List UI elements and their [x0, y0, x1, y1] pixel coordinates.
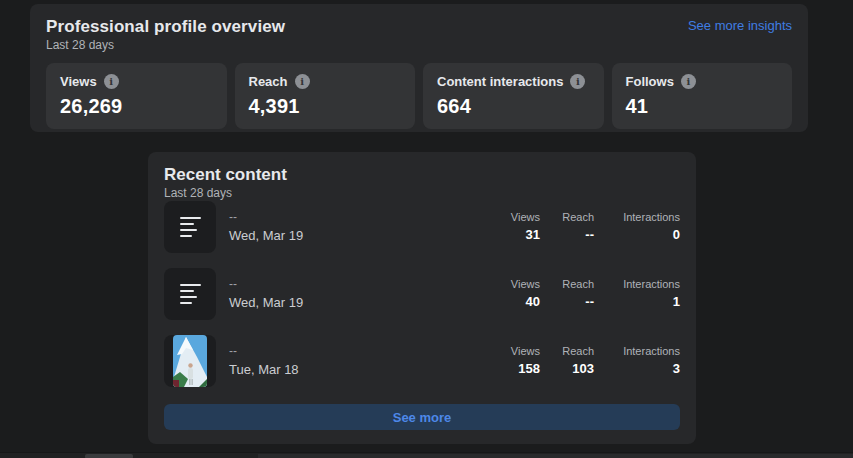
overview-header: Professional profile overview Last 28 da…	[46, 16, 792, 53]
content-date: Wed, Mar 19	[229, 295, 502, 311]
views-column-label: Views	[502, 211, 540, 224]
content-title: --	[229, 277, 502, 291]
scrollbar-thumb[interactable]	[85, 454, 133, 458]
info-icon[interactable]: i	[681, 74, 696, 89]
views-value: 31	[502, 227, 540, 243]
interactions-column-label: Interactions	[608, 345, 680, 358]
stat-tile-views[interactable]: Views i 26,269	[46, 63, 227, 129]
recent-content-card: Recent content Last 28 days -- Wed, Mar …	[148, 152, 696, 444]
stat-tiles-row: Views i 26,269 Reach i 4,391 Content int…	[46, 63, 792, 129]
stat-label: Views	[60, 74, 97, 89]
reach-column-label: Reach	[554, 278, 594, 291]
profile-overview-card: Professional profile overview Last 28 da…	[30, 4, 808, 132]
photo-post-thumbnail	[164, 335, 216, 387]
see-more-button[interactable]: See more	[164, 404, 680, 430]
stat-value: 664	[437, 95, 590, 118]
content-row[interactable]: -- Tue, Mar 18 Views 158 Reach 103 Inter…	[164, 335, 680, 387]
bottom-scrollbar-track	[0, 452, 853, 458]
stat-tile-reach[interactable]: Reach i 4,391	[235, 63, 416, 129]
text-lines-icon	[180, 284, 201, 304]
stat-tile-follows[interactable]: Follows i 41	[612, 63, 793, 129]
reach-value: --	[554, 294, 594, 310]
content-title: --	[229, 210, 502, 224]
stat-value: 41	[626, 95, 779, 118]
text-post-thumbnail	[164, 201, 216, 253]
reach-column-label: Reach	[554, 345, 594, 358]
stat-label: Reach	[249, 74, 288, 89]
interactions-value: 1	[608, 294, 680, 310]
recent-content-list: -- Wed, Mar 19 Views 31 Reach -- Interac…	[164, 201, 680, 387]
interactions-column-label: Interactions	[608, 211, 680, 224]
views-column-label: Views	[502, 278, 540, 291]
views-value: 40	[502, 294, 540, 310]
content-date: Wed, Mar 19	[229, 228, 502, 244]
stat-tile-content-interactions[interactable]: Content interactions i 664	[423, 63, 604, 129]
info-icon[interactable]: i	[570, 74, 585, 89]
reach-value: --	[554, 227, 594, 243]
interactions-column-label: Interactions	[608, 278, 680, 291]
stat-label: Content interactions	[437, 74, 563, 89]
views-column-label: Views	[502, 345, 540, 358]
reach-value: 103	[554, 361, 594, 377]
stat-value: 26,269	[60, 95, 213, 118]
content-row[interactable]: -- Wed, Mar 19 Views 40 Reach -- Interac…	[164, 268, 680, 320]
see-more-insights-link[interactable]: See more insights	[688, 16, 792, 35]
overview-title: Professional profile overview	[46, 16, 285, 37]
interactions-value: 3	[608, 361, 680, 377]
bottom-strip-segment	[258, 454, 853, 458]
text-post-thumbnail	[164, 268, 216, 320]
interactions-value: 0	[608, 227, 680, 243]
mountain-photo-image	[173, 335, 207, 387]
text-lines-icon	[180, 217, 201, 237]
info-icon[interactable]: i	[295, 74, 310, 89]
overview-subtitle: Last 28 days	[46, 37, 285, 53]
recent-content-title: Recent content	[164, 164, 680, 185]
content-title: --	[229, 344, 502, 358]
info-icon[interactable]: i	[104, 74, 119, 89]
stat-value: 4,391	[249, 95, 402, 118]
content-date: Tue, Mar 18	[229, 362, 502, 378]
reach-column-label: Reach	[554, 211, 594, 224]
views-value: 158	[502, 361, 540, 377]
content-row[interactable]: -- Wed, Mar 19 Views 31 Reach -- Interac…	[164, 201, 680, 253]
recent-content-subtitle: Last 28 days	[164, 185, 680, 201]
stat-label: Follows	[626, 74, 674, 89]
